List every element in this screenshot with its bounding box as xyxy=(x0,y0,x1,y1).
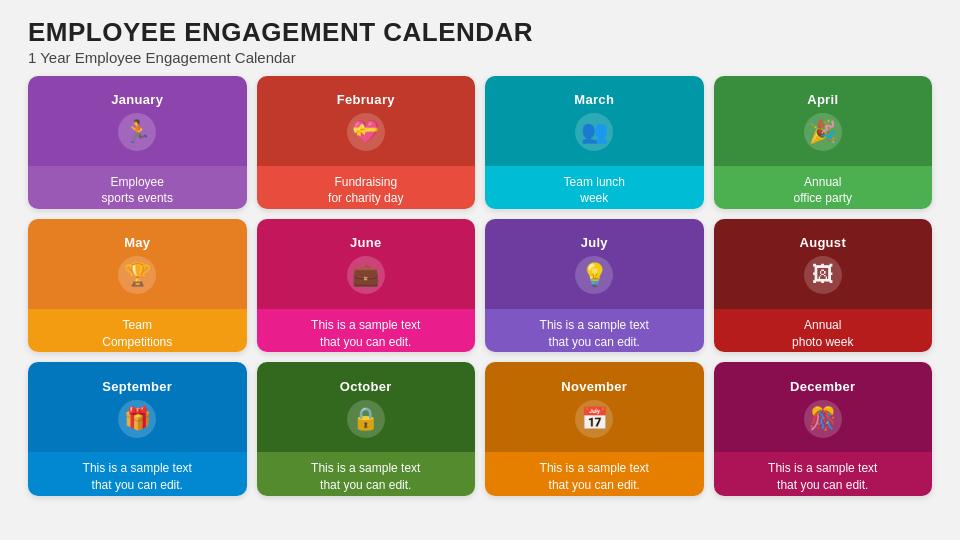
card-icon-september: 🎁 xyxy=(118,400,156,438)
card-body-march: Team lunch week xyxy=(485,166,704,209)
card-month-april: April xyxy=(807,92,838,107)
card-december: December🎊This is a sample text that you … xyxy=(714,362,933,495)
card-icon-april: 🎉 xyxy=(804,113,842,151)
card-february: February💝Fundraising for charity day xyxy=(257,76,476,209)
card-body-january: Employee sports events xyxy=(28,166,247,209)
card-text-september: This is a sample text that you can edit. xyxy=(83,460,192,494)
main-title: EMPLOYEE ENGAGEMENT CALENDAR xyxy=(28,18,932,47)
card-header-november: November📅 xyxy=(485,362,704,452)
card-october: October🔒This is a sample text that you c… xyxy=(257,362,476,495)
card-text-november: This is a sample text that you can edit. xyxy=(540,460,649,494)
card-text-march: Team lunch week xyxy=(564,174,625,208)
card-body-november: This is a sample text that you can edit. xyxy=(485,452,704,495)
card-july: July💡This is a sample text that you can … xyxy=(485,219,704,352)
card-september: September🎁This is a sample text that you… xyxy=(28,362,247,495)
card-body-december: This is a sample text that you can edit. xyxy=(714,452,933,495)
card-month-july: July xyxy=(581,235,608,250)
page: EMPLOYEE ENGAGEMENT CALENDAR 1 Year Empl… xyxy=(0,0,960,540)
card-body-june: This is a sample text that you can edit. xyxy=(257,309,476,352)
card-icon-march: 👥 xyxy=(575,113,613,151)
card-may: May🏆Team Competitions xyxy=(28,219,247,352)
card-icon-may: 🏆 xyxy=(118,256,156,294)
card-icon-february: 💝 xyxy=(347,113,385,151)
card-month-november: November xyxy=(561,379,627,394)
card-body-may: Team Competitions xyxy=(28,309,247,352)
card-month-september: September xyxy=(102,379,172,394)
card-month-august: August xyxy=(799,235,846,250)
card-text-december: This is a sample text that you can edit. xyxy=(768,460,877,494)
card-icon-august: 🖼 xyxy=(804,256,842,294)
card-month-june: June xyxy=(350,235,382,250)
card-august: August🖼Annual photo week xyxy=(714,219,933,352)
card-april: April🎉Annual office party xyxy=(714,76,933,209)
card-month-january: January xyxy=(111,92,163,107)
card-header-april: April🎉 xyxy=(714,76,933,166)
card-header-march: March👥 xyxy=(485,76,704,166)
card-body-august: Annual photo week xyxy=(714,309,933,352)
card-body-april: Annual office party xyxy=(714,166,933,209)
card-text-october: This is a sample text that you can edit. xyxy=(311,460,420,494)
card-icon-january: 🏃 xyxy=(118,113,156,151)
card-icon-december: 🎊 xyxy=(804,400,842,438)
card-body-october: This is a sample text that you can edit. xyxy=(257,452,476,495)
card-icon-july: 💡 xyxy=(575,256,613,294)
card-icon-october: 🔒 xyxy=(347,400,385,438)
card-header-may: May🏆 xyxy=(28,219,247,309)
card-header-july: July💡 xyxy=(485,219,704,309)
card-june: June💼This is a sample text that you can … xyxy=(257,219,476,352)
card-text-august: Annual photo week xyxy=(792,317,853,351)
card-month-may: May xyxy=(124,235,150,250)
card-text-july: This is a sample text that you can edit. xyxy=(540,317,649,351)
card-header-june: June💼 xyxy=(257,219,476,309)
card-icon-june: 💼 xyxy=(347,256,385,294)
card-body-september: This is a sample text that you can edit. xyxy=(28,452,247,495)
card-text-april: Annual office party xyxy=(794,174,852,208)
card-november: November📅This is a sample text that you … xyxy=(485,362,704,495)
card-header-february: February💝 xyxy=(257,76,476,166)
card-body-february: Fundraising for charity day xyxy=(257,166,476,209)
card-month-october: October xyxy=(340,379,392,394)
card-text-may: Team Competitions xyxy=(102,317,172,351)
card-text-february: Fundraising for charity day xyxy=(328,174,403,208)
calendar-grid: January🏃Employee sports eventsFebruary💝F… xyxy=(28,76,932,496)
card-header-september: September🎁 xyxy=(28,362,247,452)
card-january: January🏃Employee sports events xyxy=(28,76,247,209)
card-month-february: February xyxy=(337,92,395,107)
card-month-december: December xyxy=(790,379,855,394)
card-header-october: October🔒 xyxy=(257,362,476,452)
card-month-march: March xyxy=(574,92,614,107)
card-text-january: Employee sports events xyxy=(102,174,173,208)
card-header-august: August🖼 xyxy=(714,219,933,309)
card-march: March👥Team lunch week xyxy=(485,76,704,209)
card-icon-november: 📅 xyxy=(575,400,613,438)
sub-title: 1 Year Employee Engagement Calendar xyxy=(28,49,932,66)
card-header-january: January🏃 xyxy=(28,76,247,166)
card-text-june: This is a sample text that you can edit. xyxy=(311,317,420,351)
card-body-july: This is a sample text that you can edit. xyxy=(485,309,704,352)
card-header-december: December🎊 xyxy=(714,362,933,452)
